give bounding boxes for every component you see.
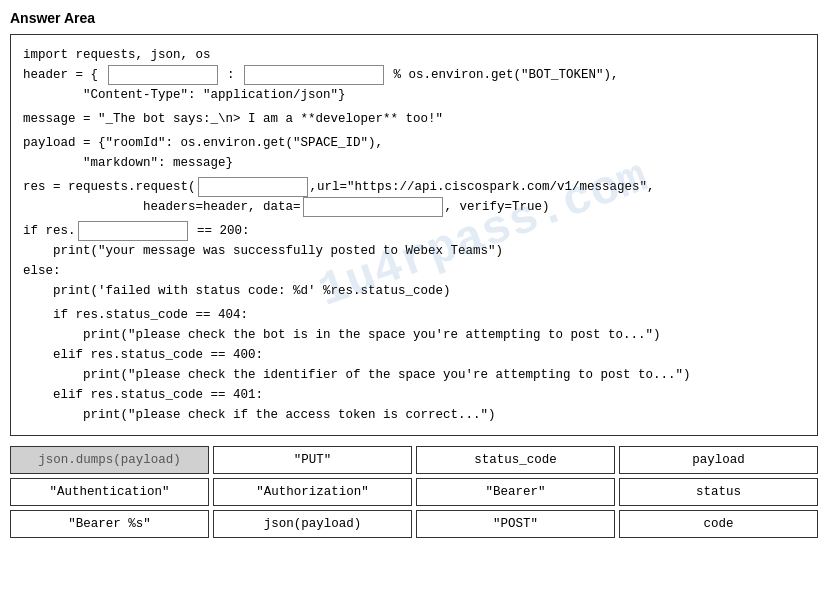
- code-line-1: import requests, json, os: [23, 45, 805, 65]
- blank-data-payload[interactable]: [303, 197, 443, 217]
- option-btn-10[interactable]: "POST": [416, 510, 615, 538]
- option-btn-11[interactable]: code: [619, 510, 818, 538]
- option-btn-7[interactable]: status: [619, 478, 818, 506]
- code-line-19: print("please check if the access token …: [23, 405, 805, 425]
- code-line-15: print("please check the bot is in the sp…: [23, 325, 805, 345]
- code-line-9: if res. == 200:: [23, 221, 805, 241]
- option-btn-3[interactable]: payload: [619, 446, 818, 474]
- code-line-10: print("your message was successfully pos…: [23, 241, 805, 261]
- option-btn-0[interactable]: json.dumps(payload): [10, 446, 209, 474]
- blank-header-value[interactable]: [244, 65, 384, 85]
- code-line-11: else:: [23, 261, 805, 281]
- options-grid: json.dumps(payload)"PUT"status_codepaylo…: [10, 446, 818, 538]
- answer-area: 1u4rpass.com import requests, json, os h…: [10, 34, 818, 436]
- page-title: Answer Area: [10, 10, 818, 26]
- code-line-2: header = { : % os.environ.get("BOT_TOKEN…: [23, 65, 805, 85]
- blank-request-method[interactable]: [198, 177, 308, 197]
- option-btn-2[interactable]: status_code: [416, 446, 615, 474]
- option-btn-8[interactable]: "Bearer %s": [10, 510, 209, 538]
- code-line-6: "markdown": message}: [23, 153, 805, 173]
- code-line-5: payload = {"roomId": os.environ.get("SPA…: [23, 133, 805, 153]
- code-line-4: message = "_The bot says:_\n> I am a **d…: [23, 109, 805, 129]
- option-btn-4[interactable]: "Authentication": [10, 478, 209, 506]
- code-line-17: print("please check the identifier of th…: [23, 365, 805, 385]
- option-btn-6[interactable]: "Bearer": [416, 478, 615, 506]
- option-btn-9[interactable]: json(payload): [213, 510, 412, 538]
- option-btn-5[interactable]: "Authorization": [213, 478, 412, 506]
- code-line-18: elif res.status_code == 401:: [23, 385, 805, 405]
- code-line-12: print('failed with status code: %d' %res…: [23, 281, 805, 301]
- code-line-7: res = requests.request( ,url="https://ap…: [23, 177, 805, 197]
- code-line-3: "Content-Type": "application/json"}: [23, 85, 805, 105]
- code-line-14: if res.status_code == 404:: [23, 305, 805, 325]
- option-btn-1[interactable]: "PUT": [213, 446, 412, 474]
- blank-status-attr[interactable]: [78, 221, 188, 241]
- code-line-8: headers=header, data= , verify=True): [23, 197, 805, 217]
- blank-header-key[interactable]: [108, 65, 218, 85]
- code-line-16: elif res.status_code == 400:: [23, 345, 805, 365]
